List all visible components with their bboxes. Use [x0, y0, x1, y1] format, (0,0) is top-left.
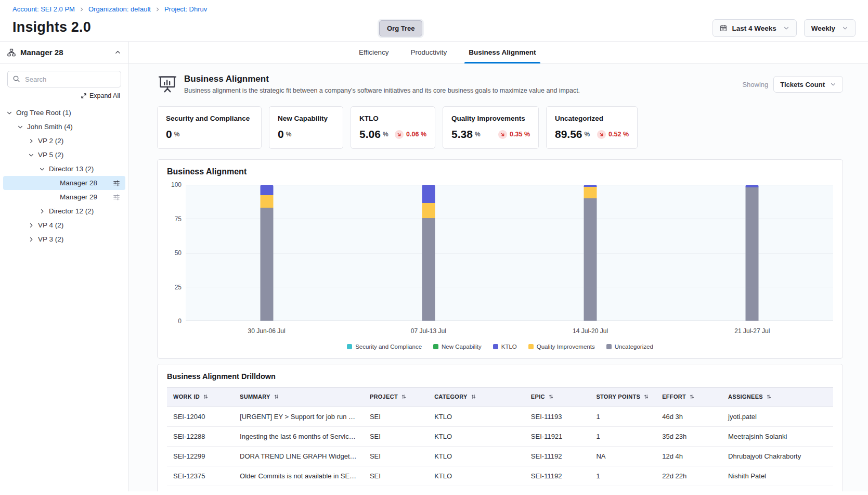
legend-item-uncategorized[interactable]: Uncategorized [606, 344, 653, 350]
collapse-sidebar-icon[interactable] [114, 49, 121, 56]
tree-node-john-smith-4[interactable]: John Smith (4) [3, 120, 125, 134]
showing-select[interactable]: Tickets Count [773, 76, 843, 93]
x-axis-labels: 30 Jun-06 Jul07 Jul-13 Jul14 Jul-20 Jul2… [186, 327, 833, 335]
sort-icon[interactable] [203, 394, 209, 401]
table-row[interactable]: SEI-12040[URGENT] EY > Support for job r… [167, 407, 833, 427]
breadcrumb-separator-icon [79, 7, 84, 12]
sort-icon[interactable] [766, 394, 772, 401]
expand-arrows-icon [81, 93, 87, 99]
filter-sliders-icon[interactable] [113, 180, 120, 187]
granularity-select[interactable]: Weekly [804, 19, 856, 37]
chevron-right-icon[interactable] [28, 222, 38, 229]
bar-segment-uncategorized[interactable] [746, 187, 759, 321]
chevron-right-icon[interactable] [28, 236, 38, 243]
tree-node-vp-3-2[interactable]: VP 3 (2) [3, 232, 125, 246]
tab-productivity[interactable]: Productivity [410, 42, 448, 63]
metric-card-security-and-compliance: Security and Compliance0% [157, 106, 262, 149]
breadcrumb-link[interactable]: Organization: default [88, 5, 151, 13]
tree-node-director-13-2[interactable]: Director 13 (2) [3, 162, 125, 176]
breadcrumb-link[interactable]: Account: SEI 2.0 PM [12, 5, 75, 13]
sort-icon[interactable] [643, 394, 649, 401]
sort-icon[interactable] [689, 394, 695, 401]
stacked-bar-07-jul-13-jul[interactable] [422, 185, 435, 321]
bar-segment-quality-improvements[interactable] [422, 203, 435, 218]
tree-node-vp-5-2[interactable]: VP 5 (2) [3, 148, 125, 162]
table-cell: Meetrajsinh Solanki [722, 427, 833, 447]
app-header: Account: SEI 2.0 PMOrganization: default… [0, 0, 868, 41]
bar-segment-ktlo[interactable] [260, 185, 273, 195]
section-description: Business alignment is the strategic fit … [184, 87, 580, 94]
sort-icon[interactable] [471, 394, 476, 401]
table-cell: Older Commits is not available in SEI - … [234, 466, 364, 486]
table-row[interactable]: SEI-12375Older Commits is not available … [167, 466, 833, 486]
column-header-effort[interactable]: EFFORT [656, 388, 722, 407]
column-header-category[interactable]: CATEGORY [428, 388, 525, 407]
table-row[interactable]: SEI-12305EY > Verify if ingestion is wor… [167, 486, 833, 492]
bar-segment-ktlo[interactable] [422, 185, 435, 203]
chevron-down-icon[interactable] [6, 110, 16, 116]
tree-node-vp-4-2[interactable]: VP 4 (2) [3, 218, 125, 232]
bar-segment-uncategorized[interactable] [422, 218, 435, 321]
table-cell: 46d 3h [656, 407, 722, 427]
column-header-label: CATEGORY [434, 394, 468, 400]
legend-item-quality-improvements[interactable]: Quality Improvements [528, 344, 595, 350]
legend-label: Security and Compliance [355, 344, 422, 350]
search-input[interactable] [7, 71, 121, 87]
sort-icon[interactable] [274, 394, 279, 401]
metric-unit: % [383, 131, 388, 138]
legend-item-ktlo[interactable]: KTLO [493, 344, 517, 350]
calendar-icon [720, 24, 727, 32]
table-row[interactable]: SEI-12288Ingesting the last 6 months of … [167, 427, 833, 447]
table-cell: SEI-12040 [167, 407, 234, 427]
bar-segment-uncategorized[interactable] [260, 208, 273, 321]
column-header-work-id[interactable]: WORK ID [167, 388, 234, 407]
date-range-select[interactable]: Last 4 Weeks [712, 19, 796, 37]
metric-card-title: KTLO [359, 115, 426, 122]
tree-node-director-12-2[interactable]: Director 12 (2) [3, 204, 125, 218]
y-tick-label: 50 [175, 249, 182, 257]
metric-unit: % [585, 131, 590, 138]
table-cell: 12d 4h [656, 447, 722, 466]
tree-node-vp-2-2[interactable]: VP 2 (2) [3, 134, 125, 148]
sort-icon[interactable] [548, 394, 554, 401]
column-header-story-points[interactable]: STORY POINTS [590, 388, 656, 407]
table-cell: Ingesting the last 6 months of ServiceN.… [234, 427, 364, 447]
tab-business-alignment[interactable]: Business Alignment [468, 42, 537, 63]
table-cell: 16d 6h [656, 486, 722, 492]
bar-segment-quality-improvements[interactable] [584, 187, 597, 198]
legend-item-new-capability[interactable]: New Capability [433, 344, 482, 350]
expand-all-link[interactable]: Expand All [8, 92, 120, 99]
chevron-right-icon[interactable] [28, 138, 38, 144]
tree-node-manager-28[interactable]: Manager 28 [3, 176, 125, 190]
tree-node-manager-29[interactable]: Manager 29 [3, 190, 125, 204]
column-header-summary[interactable]: SUMMARY [234, 388, 364, 407]
tree-node-org-tree-root-1[interactable]: Org Tree Root (1) [3, 106, 125, 120]
table-cell: SEI-12305 [167, 486, 234, 492]
legend-item-security-and-compliance[interactable]: Security and Compliance [347, 344, 422, 350]
bar-segment-uncategorized[interactable] [584, 198, 597, 321]
column-header-project[interactable]: PROJECT [364, 388, 428, 407]
column-header-assignees[interactable]: ASSIGNEES [722, 388, 833, 407]
chevron-down-icon[interactable] [28, 152, 38, 158]
stacked-bar-14-jul-20-jul[interactable] [584, 185, 597, 321]
chevron-down-icon[interactable] [39, 166, 49, 172]
column-header-epic[interactable]: EPIC [525, 388, 590, 407]
column-header-label: STORY POINTS [596, 394, 640, 400]
filter-sliders-icon[interactable] [113, 194, 120, 201]
tree-node-label: Director 12 (2) [49, 207, 94, 215]
legend-label: Quality Improvements [537, 344, 595, 350]
sort-icon[interactable] [401, 394, 407, 401]
stacked-bar-21-jul-27-jul[interactable] [746, 185, 759, 321]
granularity-value: Weekly [811, 24, 835, 32]
stacked-bar-30-jun-06-jul[interactable] [260, 185, 273, 321]
x-tick-label: 30 Jun-06 Jul [186, 327, 347, 335]
org-tree-button[interactable]: Org Tree [379, 20, 422, 36]
table-cell: EY > Verify if ingestion is working as e… [234, 486, 364, 492]
tree-node-label: VP 2 (2) [38, 137, 63, 145]
chevron-down-icon[interactable] [17, 124, 27, 130]
table-row[interactable]: SEI-12299DORA TREND LINE GRAPH Widgets i… [167, 447, 833, 466]
bar-segment-quality-improvements[interactable] [260, 195, 273, 208]
chevron-right-icon[interactable] [39, 208, 49, 214]
tab-efficiency[interactable]: Efficiency [358, 42, 390, 63]
breadcrumb-link[interactable]: Project: Dhruv [164, 5, 207, 13]
